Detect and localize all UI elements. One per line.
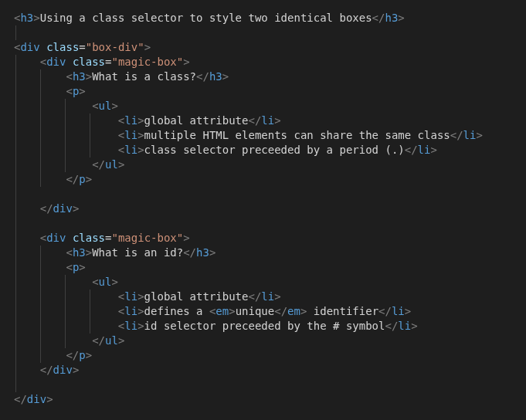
token-p: < (40, 56, 46, 68)
token-p: < (66, 246, 72, 259)
token-tx: identifier (307, 305, 378, 317)
token-tg: li (463, 129, 477, 141)
token-p: > (73, 364, 79, 376)
token-p: > (183, 232, 189, 244)
token-tg: li (124, 114, 137, 127)
token-tg: div (20, 41, 39, 53)
token-p: > (476, 129, 482, 141)
token-p: </ (450, 129, 463, 141)
token-p: </ (248, 290, 261, 303)
token-p: > (86, 70, 92, 83)
token-p: < (66, 70, 72, 83)
token-p: </ (40, 202, 53, 215)
token-tg: em (215, 305, 229, 317)
indent-space (14, 56, 40, 68)
indent-space (14, 26, 20, 39)
token-p: </ (92, 334, 105, 347)
token-p: > (79, 85, 85, 97)
token-tg: ul (105, 334, 118, 347)
token-p: > (86, 173, 92, 185)
token-tg: h3 (385, 12, 398, 24)
token-tx: id selector preceeded by the # symbol (144, 320, 385, 332)
token-tx: multiple HTML elements can share the sam… (144, 129, 450, 141)
code-line: <h3>What is a class?</h3> (14, 69, 512, 84)
indent-space (14, 246, 66, 259)
token-tg: ul (105, 158, 118, 171)
token-tg: p (79, 173, 85, 185)
indent-space (14, 378, 20, 391)
code-line: <div class="magic-box"> (14, 55, 512, 69)
token-p: </ (378, 305, 392, 317)
token-p: > (86, 349, 92, 361)
token-tx: defines a (144, 305, 209, 317)
code-line: </div> (14, 202, 512, 216)
indent-space (14, 100, 92, 112)
token-tg: h3 (73, 70, 86, 83)
token-p: > (229, 305, 235, 317)
token-p: </ (92, 158, 105, 171)
token-p: </ (372, 12, 385, 24)
token-tg: h3 (196, 246, 209, 259)
token-av: "magic-box" (111, 232, 183, 244)
code-line: <li>multiple HTML elements can share the… (14, 128, 512, 143)
token-tg: li (418, 144, 431, 156)
token-an: class (73, 56, 105, 68)
token-tg: ul (99, 100, 112, 112)
token-p: > (111, 276, 117, 288)
indent-space (14, 188, 20, 200)
token-p: > (137, 129, 144, 141)
token-tx: What is an id? (92, 246, 183, 259)
code-line: <h3>Using a class selector to style two … (14, 11, 512, 25)
code-line: <li>class selector preceeded by a period… (14, 143, 512, 158)
indent-space (14, 70, 66, 83)
token-tg: p (79, 349, 85, 361)
token-p: > (222, 70, 229, 83)
token-av: "box-div" (86, 41, 144, 53)
indent-space (14, 334, 92, 347)
token-p: </ (196, 70, 209, 83)
token-p: > (137, 114, 144, 127)
token-p: < (40, 232, 46, 244)
indent-space (14, 85, 66, 97)
token-av: "magic-box" (111, 56, 183, 68)
code-line: </p> (14, 348, 512, 363)
token-tg: em (287, 305, 300, 317)
code-line: <p> (14, 84, 512, 99)
code-line: <li>global attribute</li> (14, 290, 512, 304)
token-tg: li (124, 144, 137, 156)
token-tg: li (124, 305, 137, 317)
token-p: </ (405, 144, 418, 156)
code-line: <li>global attribute</li> (14, 113, 512, 128)
token-p: </ (14, 393, 27, 405)
token-p: > (137, 144, 144, 156)
indent-space (14, 290, 118, 303)
token-p: </ (274, 305, 287, 317)
code-line: </p> (14, 172, 512, 187)
token-p: < (66, 261, 72, 273)
code-line: <li>defines a <em>unique</em> identifier… (14, 304, 512, 319)
code-line: <ul> (14, 99, 512, 113)
token-tx: class selector preceeded by a period (.) (144, 144, 405, 156)
token-p: > (33, 12, 39, 24)
token-p: > (79, 261, 85, 273)
token-p: > (46, 393, 53, 405)
indent-space (14, 202, 40, 215)
indent-space (14, 144, 118, 156)
indent-space (14, 232, 40, 244)
code-line: <div class="box-div"> (14, 40, 512, 55)
code-line: <li>id selector preceeded by the # symbo… (14, 319, 512, 334)
token-an: class (73, 232, 105, 244)
token-tx (66, 56, 72, 68)
token-p: > (86, 246, 92, 259)
token-p: </ (385, 320, 398, 332)
token-tg: div (53, 202, 73, 215)
token-tg: li (261, 290, 274, 303)
code-line: <div class="magic-box"> (14, 231, 512, 246)
token-p: > (398, 12, 404, 24)
token-tg: h3 (209, 70, 222, 83)
code-line: </div> (14, 363, 512, 378)
token-tg: li (398, 320, 411, 332)
token-tx: What is a class? (92, 70, 196, 83)
token-tg: div (53, 364, 73, 376)
token-p: > (73, 202, 79, 215)
